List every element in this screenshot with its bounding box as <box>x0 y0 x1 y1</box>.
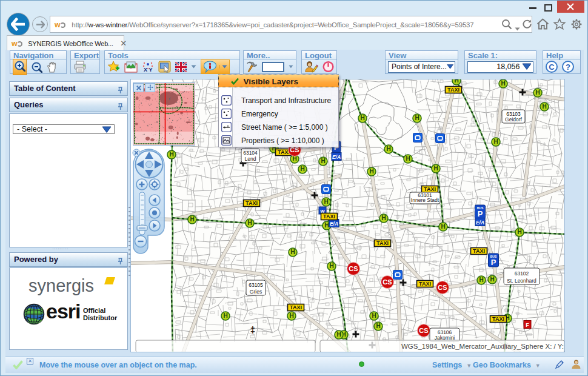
svg-text:63102: 63102 <box>515 270 529 277</box>
svg-text:H: H <box>300 166 304 172</box>
svg-text:H: H <box>169 151 173 158</box>
svg-text:TAXI: TAXI <box>278 149 290 155</box>
svg-text:TAXI: TAXI <box>290 304 302 311</box>
svg-text:TAXI: TAXI <box>323 213 335 220</box>
svg-text:H: H <box>535 89 540 96</box>
svg-text:CS: CS <box>383 278 392 286</box>
svg-text:H: H <box>324 222 329 229</box>
svg-text:H: H <box>542 103 546 110</box>
svg-text:H: H <box>415 115 419 121</box>
svg-text:TAXI: TAXI <box>376 240 389 246</box>
svg-text:TAXI: TAXI <box>473 248 485 254</box>
svg-text:H: H <box>433 165 438 172</box>
svg-text:Geidorf: Geidorf <box>505 116 523 123</box>
svg-text:E/A: E/A <box>332 154 341 160</box>
svg-text:TAXI: TAXI <box>246 200 258 206</box>
svg-text:TAXI: TAXI <box>419 281 431 287</box>
svg-text:F: F <box>526 322 529 328</box>
svg-text:E/A: E/A <box>476 220 484 226</box>
svg-text:WGS_1984_Web_Mercator_Auxiliar: WGS_1984_Web_Mercator_Auxiliary_Sphere X… <box>401 343 564 350</box>
svg-text:Jakomini: Jakomini <box>435 335 455 341</box>
svg-text:H: H <box>441 223 445 230</box>
svg-text:H: H <box>490 276 494 283</box>
svg-text:H: H <box>381 215 386 221</box>
svg-text:CS: CS <box>419 327 428 334</box>
svg-text:63105: 63105 <box>249 282 263 288</box>
svg-text:St. Leonhard: St. Leonhard <box>507 278 536 284</box>
svg-text:P: P <box>491 258 496 267</box>
svg-text:H: H <box>360 115 364 121</box>
svg-text:H: H <box>290 249 295 255</box>
svg-text:H: H <box>247 220 252 226</box>
svg-text:TAXI: TAXI <box>424 186 436 192</box>
svg-text:Lend: Lend <box>245 156 256 162</box>
svg-text:H: H <box>324 198 328 205</box>
svg-text:H: H <box>369 168 373 175</box>
svg-text:P: P <box>478 209 483 218</box>
svg-text:CS: CS <box>349 265 358 272</box>
svg-text:X: X <box>144 67 147 73</box>
svg-text:Y: Y <box>149 67 153 73</box>
svg-text:H: H <box>329 263 333 269</box>
svg-text:H: H <box>223 312 227 319</box>
svg-text:H: H <box>386 146 390 152</box>
svg-text:H: H <box>376 323 380 329</box>
svg-text:H: H <box>321 158 325 164</box>
svg-text:H: H <box>372 312 376 319</box>
svg-text:H: H <box>454 79 458 84</box>
svg-text:H: H <box>292 155 296 162</box>
svg-text:TAXI: TAXI <box>447 87 459 93</box>
svg-text:H: H <box>190 216 194 223</box>
svg-text:E/A: E/A <box>330 221 338 227</box>
svg-text:‡: ‡ <box>250 324 255 335</box>
svg-text:Gries: Gries <box>250 289 262 295</box>
svg-text:H: H <box>406 155 410 162</box>
svg-text:H: H <box>479 277 483 283</box>
svg-text:H: H <box>493 138 498 145</box>
svg-text:H: H <box>501 80 505 87</box>
svg-text:63104: 63104 <box>243 150 258 156</box>
svg-text:H: H <box>289 312 293 319</box>
svg-text:TAXI: TAXI <box>492 316 504 322</box>
svg-text:CS: CS <box>438 284 447 291</box>
svg-text:Innere Stadt: Innere Stadt <box>411 197 439 203</box>
svg-text:H: H <box>517 229 521 235</box>
svg-text:H: H <box>336 331 341 338</box>
